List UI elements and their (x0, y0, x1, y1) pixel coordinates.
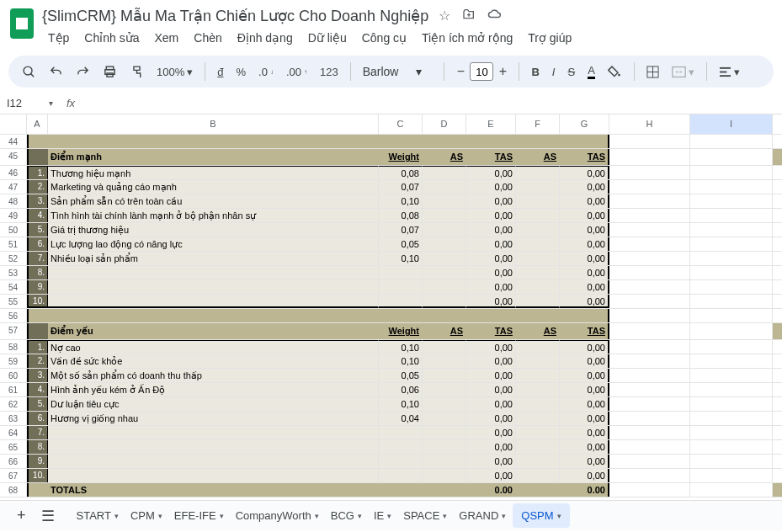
row-header[interactable]: 59 (0, 354, 27, 369)
fill-color-button[interactable] (603, 61, 627, 82)
cell[interactable] (690, 340, 773, 354)
row-header[interactable]: 46 (0, 166, 27, 180)
cell[interactable]: 0,05 (379, 369, 423, 382)
add-sheet-button[interactable]: + (10, 503, 33, 528)
cell[interactable]: 0,00 (466, 412, 516, 425)
cell[interactable]: 0,00 (466, 469, 516, 482)
text-color-button[interactable]: A (583, 61, 600, 82)
cell[interactable] (609, 280, 690, 294)
menu-item[interactable]: Trợ giúp (522, 29, 577, 47)
cell[interactable] (609, 354, 690, 368)
cell[interactable]: 0,00 (560, 194, 609, 208)
cell[interactable]: Marketing và quảng cáo mạnh (48, 180, 379, 194)
cell[interactable] (379, 135, 423, 148)
bold-button[interactable]: B (526, 62, 544, 82)
cell[interactable] (48, 295, 379, 308)
font-size-increase[interactable]: + (493, 62, 512, 81)
cell[interactable] (690, 237, 773, 251)
menu-item[interactable]: Công cụ (356, 29, 412, 47)
sheet-tab[interactable]: CPM ▾ (125, 503, 168, 528)
sheet-tab[interactable]: IE ▾ (369, 503, 396, 528)
cell[interactable]: 0,00 (466, 252, 516, 265)
cell[interactable] (48, 309, 379, 322)
cell[interactable] (423, 383, 466, 396)
cloud-icon[interactable] (487, 8, 503, 24)
cell[interactable]: 0,08 (379, 209, 423, 222)
cell[interactable] (379, 483, 423, 497)
row-header[interactable]: 67 (0, 469, 27, 483)
cell[interactable] (379, 266, 423, 279)
row-header[interactable]: 60 (0, 369, 27, 383)
cell[interactable]: 0,00 (466, 397, 516, 411)
cell[interactable] (690, 354, 773, 368)
menu-item[interactable]: Chỉnh sửa (78, 29, 145, 47)
cell[interactable]: 0,06 (379, 383, 423, 396)
cell[interactable]: Hương vị giống nhau (48, 412, 379, 425)
cell[interactable]: 6. (27, 412, 48, 425)
cell[interactable] (516, 309, 560, 322)
row-header[interactable]: 54 (0, 280, 27, 295)
sheets-logo[interactable] (10, 8, 34, 39)
menu-item[interactable]: Định dạng (231, 29, 299, 47)
cell[interactable]: Một số sản phẩm có doanh thu thấp (48, 369, 379, 382)
cell[interactable] (516, 295, 560, 308)
cell[interactable]: 10. (27, 469, 48, 482)
cell[interactable]: 0,00 (466, 266, 516, 279)
cell[interactable] (423, 166, 466, 179)
col-header[interactable]: F (516, 114, 560, 134)
font-size-decrease[interactable]: − (451, 62, 470, 81)
row-header[interactable]: 64 (0, 426, 27, 440)
cell[interactable] (690, 483, 773, 497)
cell[interactable]: Nợ cao (48, 340, 379, 354)
cell[interactable]: 0,00 (560, 354, 609, 368)
row-header[interactable]: 65 (0, 440, 27, 455)
redo-button[interactable] (71, 61, 95, 82)
cell[interactable] (609, 209, 690, 222)
cell[interactable] (609, 237, 690, 251)
cell[interactable]: Hình ảnh yếu kém ở Ấn Độ (48, 383, 379, 396)
cell[interactable] (516, 469, 560, 482)
row-header[interactable]: 44 (0, 135, 27, 149)
sheet-tab[interactable]: CompanyWorth ▾ (231, 503, 324, 528)
cell[interactable]: 0,00 (466, 369, 516, 382)
cell[interactable] (609, 135, 690, 148)
cell[interactable] (609, 295, 690, 308)
cell[interactable] (423, 369, 466, 382)
borders-button[interactable] (641, 62, 664, 82)
cell[interactable]: 0,00 (466, 340, 516, 354)
cell[interactable]: 0,10 (379, 252, 423, 265)
row-header[interactable]: 50 (0, 223, 27, 237)
cell[interactable] (516, 483, 560, 497)
cell[interactable] (27, 483, 48, 497)
zoom-select[interactable]: 100% ▾ (152, 62, 198, 82)
row-header[interactable]: 63 (0, 412, 27, 426)
cell[interactable]: 0,00 (466, 354, 516, 368)
cell[interactable] (423, 483, 466, 497)
cell[interactable]: 0,00 (466, 194, 516, 208)
row-header[interactable]: 57 (0, 323, 27, 340)
cell[interactable] (690, 266, 773, 279)
cell[interactable] (690, 252, 773, 265)
cell[interactable] (466, 309, 516, 322)
cell[interactable] (690, 295, 773, 308)
cell[interactable] (690, 412, 773, 425)
cell[interactable] (423, 426, 466, 439)
row-header[interactable]: 66 (0, 455, 27, 469)
cell[interactable]: 0,00 (560, 295, 609, 308)
sheet-tab[interactable]: QSPM ▾ (513, 503, 569, 528)
cell[interactable]: 1. (27, 166, 48, 179)
cell[interactable] (690, 383, 773, 396)
cell[interactable] (423, 209, 466, 222)
cell[interactable]: 0.00 (560, 483, 609, 497)
search-icon[interactable] (17, 61, 41, 82)
cell[interactable] (379, 455, 423, 468)
cell[interactable]: Weight (379, 149, 423, 165)
cell[interactable] (609, 223, 690, 237)
cell[interactable]: 10. (27, 295, 48, 308)
cell[interactable] (379, 280, 423, 294)
menu-item[interactable]: Xem (149, 29, 185, 47)
move-icon[interactable] (462, 8, 476, 24)
cell[interactable] (423, 440, 466, 454)
cell[interactable]: 0,00 (560, 469, 609, 482)
cell[interactable]: Weight (379, 323, 423, 339)
